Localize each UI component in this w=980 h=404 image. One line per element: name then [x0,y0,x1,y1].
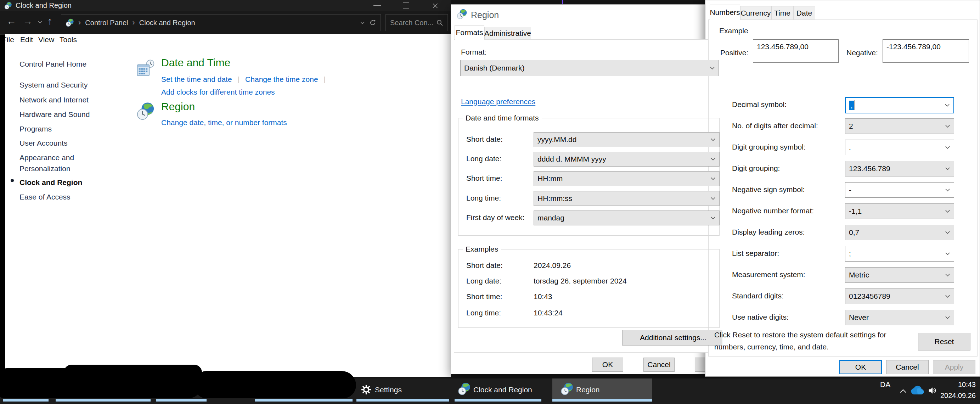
sidebar-item-system-and-security[interactable]: System and Security [19,80,119,91]
decimal-symbol-combobox[interactable]: , [845,97,954,113]
breadcrumb[interactable]: › Control Panel › Clock and Region [61,14,381,31]
tab-time[interactable]: Time [771,6,793,20]
reset-note-line1: Click Reset to restore the system defaul… [714,331,886,339]
title-bar: Clock and Region [0,0,451,11]
close-icon[interactable] [427,0,443,11]
control-panel-window: Clock and Region ← → ↑ › Control Panel ›… [0,0,451,377]
taskbar-button-settings[interactable]: Settings [375,386,402,394]
tray-chevron-up-icon[interactable] [899,389,907,393]
breadcrumb-current[interactable]: Clock and Region [139,19,195,27]
search-icon [436,19,443,26]
long-date-label: Long date: [466,154,501,163]
tab-administrative[interactable]: Administrative [484,27,531,40]
sidebar-item-user-accounts[interactable]: User Accounts [19,137,119,148]
chevron-down-icon [710,197,716,200]
sidebar-item-programs[interactable]: Programs [19,123,119,134]
link-separator: | [238,75,240,84]
digit-grouping-combobox[interactable]: 123.456.789 [845,161,954,177]
examples-legend: Examples [463,245,501,253]
change-formats-link[interactable]: Change date, time, or number formats [161,118,287,127]
tab-formats[interactable]: Formats [455,25,484,40]
sidebar-item-appearance-and-personalization[interactable]: Appearance and Personalization [19,152,110,174]
change-time-zone-link[interactable]: Change the time zone [245,75,318,84]
address-dropdown-chevron-icon[interactable] [360,21,365,24]
negative-sign-symbol-combobox[interactable]: - [845,182,954,198]
ok-button[interactable]: OK [839,360,882,374]
window-title: Clock and Region [16,2,72,10]
cancel-button[interactable]: Cancel [886,360,929,374]
set-time-and-date-link[interactable]: Set the time and date [161,75,232,84]
chevron-down-icon [945,188,950,192]
date-and-time-heading[interactable]: Date and Time [161,57,230,69]
menu-view[interactable]: View [38,35,54,44]
taskbar-underline [56,399,151,401]
clock-tray[interactable]: 10:43 2024.09.26 [934,379,976,401]
forward-icon[interactable]: → [23,16,33,27]
onedrive-cloud-icon[interactable] [909,385,925,396]
display-leading-zeros-combobox[interactable]: 0,7 [845,225,954,240]
customize-format-dialog: Numbers Currency Time Date Example Posit… [705,0,980,377]
long-date-combobox[interactable]: dddd d. MMMM yyyy [534,152,719,167]
digit-grouping-symbol-value: . [849,143,851,152]
refresh-icon[interactable] [369,19,376,26]
search-input[interactable]: Search Con... [385,14,448,31]
menu-edit[interactable]: Edit [20,35,33,44]
negative-number-format-combobox[interactable]: -1,1 [845,204,954,219]
taskbar-button-clock-and-region[interactable]: Clock and Region [473,386,532,394]
menu-bar: File Edit View Tools [0,34,451,47]
chevron-down-icon [945,316,950,319]
tab-currency[interactable]: Currency [740,6,771,20]
additional-settings-button[interactable]: Additional settings... [622,330,723,345]
sidebar-item-control-panel-home[interactable]: Control Panel Home [19,59,119,70]
long-time-combobox[interactable]: HH:mm:ss [534,191,719,206]
language-indicator[interactable]: DA [880,380,890,389]
measurement-system-combobox[interactable]: Metric [845,267,954,283]
use-native-digits-combobox[interactable]: Never [845,310,954,325]
example-short-time-label: Short time: [466,293,503,301]
taskbar-button-region[interactable]: Region [576,386,600,394]
menu-tools[interactable]: Tools [59,35,77,44]
short-date-combobox[interactable]: yyyy.MM.dd [534,132,719,147]
chevron-down-icon [945,146,950,149]
example-long-date-value: torsdag 26. september 2024 [534,277,627,285]
sidebar-item-ease-of-access[interactable]: Ease of Access [19,191,119,202]
up-icon[interactable]: ↑ [48,16,52,27]
add-clocks-link[interactable]: Add clocks for different time zones [161,88,275,96]
reset-note-line2: numbers, currency, time, and date. [714,343,829,351]
language-preferences-link[interactable]: Language preferences [461,97,535,106]
app-globe-clock-icon [4,2,12,10]
reset-button[interactable]: Reset [918,333,970,350]
digit-grouping-symbol-combobox[interactable]: . [845,140,954,155]
standard-digits-combobox[interactable]: 0123456789 [845,288,954,304]
chevron-down-icon [945,273,950,277]
date-and-time-icon [137,60,155,78]
sidebar-item-hardware-and-sound[interactable]: Hardware and Sound [19,109,119,120]
breadcrumb-control-panel[interactable]: Control Panel [85,19,128,27]
back-icon[interactable]: ← [6,16,16,27]
text-caret [854,100,855,110]
sidebar-item-clock-and-region[interactable]: Clock and Region [19,177,119,188]
list-separator-combobox[interactable]: ; [845,246,954,262]
region-heading[interactable]: Region [161,101,195,113]
sidebar-item-network-and-internet[interactable]: Network and Internet [19,94,119,105]
negative-sign-symbol-value: - [849,186,851,194]
digits-after-decimal-combobox[interactable]: 2 [845,118,954,134]
maximize-button[interactable] [398,0,414,11]
short-time-label: Short time: [466,174,503,183]
taskbar-underline [3,399,49,401]
taskbar-underline [356,399,449,401]
example-long-time-label: Long time: [466,309,501,317]
short-time-combobox[interactable]: HH:mm [534,171,719,186]
minimize-button[interactable] [369,0,385,11]
long-date-value: dddd d. MMMM yyyy [538,155,606,163]
format-combobox[interactable]: Danish (Denmark) [460,60,719,76]
first-day-of-week-combobox[interactable]: mandag [534,210,719,225]
tab-numbers[interactable]: Numbers [710,5,740,20]
region-ok-button[interactable]: OK [592,358,623,372]
tab-date[interactable]: Date [793,6,815,20]
long-time-label: Long time: [466,194,501,202]
digits-after-decimal-label: No. of digits after decimal: [732,122,818,130]
example-long-time-value: 10:43:24 [534,309,563,317]
recent-pages-chevron-icon[interactable] [38,21,43,24]
region-cancel-button[interactable]: Cancel [643,358,675,372]
